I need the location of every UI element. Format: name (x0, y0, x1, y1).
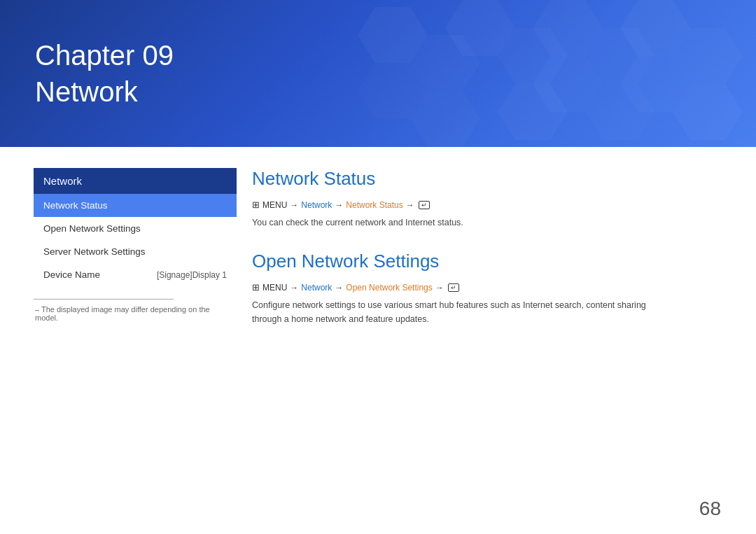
menu-icon: ⊞ (252, 199, 260, 210)
open-network-settings-title: Open Network Settings (252, 251, 721, 272)
page-number: 68 (699, 498, 721, 520)
sidebar-section-header: Network (34, 168, 237, 194)
breadcrumb-network-link-2: Network (301, 283, 332, 293)
network-status-desc: You can check the current network and In… (252, 216, 721, 230)
header-title: Chapter 09 Network (35, 37, 174, 110)
main-content: Network Network Status Open Network Sett… (0, 147, 756, 534)
header-banner: Chapter 09 Network (0, 0, 756, 147)
breadcrumb-network-status-link: Network Status (346, 200, 402, 210)
hex-background-pattern (302, 0, 756, 147)
sidebar-divider (34, 299, 174, 300)
sidebar-item-open-network-settings[interactable]: Open Network Settings (34, 217, 237, 240)
network-status-section: Network Status ⊞ MENU → Network → Networ… (252, 168, 721, 230)
sidebar-note: – The displayed image may differ dependi… (34, 305, 210, 322)
open-network-settings-section: Open Network Settings ⊞ MENU → Network →… (252, 251, 721, 326)
sidebar-item-server-network-settings[interactable]: Server Network Settings (34, 240, 237, 263)
enter-icon-2 (448, 283, 459, 292)
chapter-label: Chapter 09 (35, 37, 174, 73)
right-content: Network Status ⊞ MENU → Network → Networ… (210, 147, 756, 534)
open-network-settings-desc: Configure network settings to use variou… (252, 298, 658, 326)
breadcrumb-open-network-link: Open Network Settings (346, 283, 432, 293)
network-status-title: Network Status (252, 168, 721, 190)
breadcrumb-network-link: Network (301, 200, 332, 210)
enter-icon-1 (419, 201, 430, 209)
network-label: Network (35, 73, 174, 110)
breadcrumb-menu-text-2: MENU (262, 283, 287, 293)
open-network-settings-breadcrumb: ⊞ MENU → Network → Open Network Settings… (252, 282, 721, 293)
breadcrumb-menu-text: MENU (262, 200, 287, 210)
sidebar-item-network-status[interactable]: Network Status (34, 194, 237, 217)
network-status-breadcrumb: ⊞ MENU → Network → Network Status → (252, 199, 721, 210)
menu-icon-2: ⊞ (252, 282, 260, 293)
sidebar-item-device-name[interactable]: Device Name [Signage]Display 1 (34, 263, 237, 286)
sidebar: Network Network Status Open Network Sett… (0, 147, 210, 534)
